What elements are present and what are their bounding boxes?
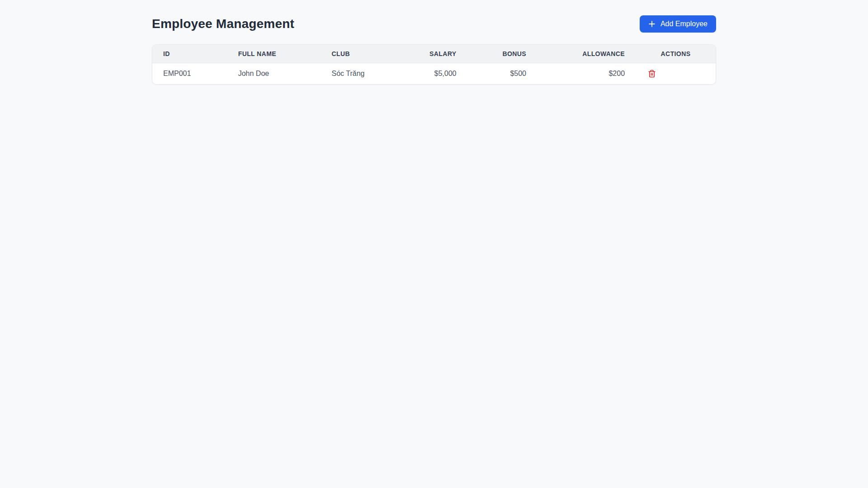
- employee-table: ID FULL NAME CLUB SALARY BONUS ALLOWANCE…: [152, 45, 716, 84]
- column-header-full-name: FULL NAME: [227, 45, 321, 63]
- add-employee-button-label: Add Employee: [660, 20, 708, 28]
- cell-club: Sóc Trăng: [321, 63, 397, 84]
- table-header-row: ID FULL NAME CLUB SALARY BONUS ALLOWANCE…: [152, 45, 716, 63]
- plus-icon: [647, 19, 656, 28]
- employee-table-card: ID FULL NAME CLUB SALARY BONUS ALLOWANCE…: [152, 44, 716, 84]
- trash-icon: [648, 70, 656, 78]
- add-employee-button[interactable]: Add Employee: [640, 15, 716, 33]
- column-header-club: CLUB: [321, 45, 397, 63]
- column-header-bonus: BONUS: [467, 45, 537, 63]
- page-header: Employee Management Add Employee: [152, 15, 716, 33]
- cell-employee-id: EMP001: [152, 63, 227, 84]
- column-header-salary: SALARY: [397, 45, 467, 63]
- cell-salary: $5,000: [397, 63, 467, 84]
- table-row: EMP001 John Doe Sóc Trăng $5,000 $500 $2…: [152, 63, 716, 84]
- column-header-allowance: ALLOWANCE: [537, 45, 636, 63]
- cell-full-name: John Doe: [227, 63, 321, 84]
- content-container: Employee Management Add Employee ID FULL: [152, 0, 716, 84]
- cell-allowance: $200: [537, 63, 636, 84]
- column-header-actions: ACTIONS: [636, 45, 716, 63]
- column-header-id: ID: [152, 45, 227, 63]
- cell-bonus: $500: [467, 63, 537, 84]
- page-title: Employee Management: [152, 17, 294, 31]
- delete-employee-button[interactable]: [646, 68, 657, 79]
